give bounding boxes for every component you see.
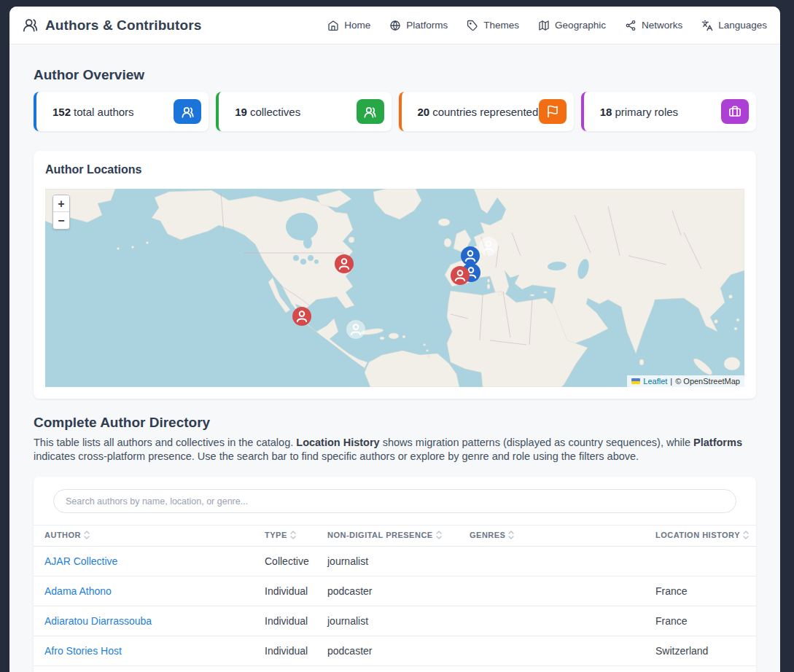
sort-icon <box>743 531 749 541</box>
stat-cards: 152total authors 19collectives 20countri… <box>34 92 756 131</box>
map-marker-ghost[interactable] <box>346 319 366 340</box>
presence-cell: podcaster <box>316 577 459 606</box>
table-row <box>34 666 756 672</box>
author-locations-card: Author Locations <box>34 151 756 399</box>
genres-cell <box>459 606 645 636</box>
page-title: Authors & Contributors <box>45 17 201 34</box>
sort-icon <box>84 531 90 541</box>
presence-cell: podcaster <box>316 636 459 666</box>
tag-icon <box>467 20 478 31</box>
search-input[interactable] <box>53 489 736 513</box>
users-logo-icon <box>23 17 38 33</box>
briefcase-icon <box>721 99 749 124</box>
author-table: Author Type Non-Digital Presence Genres … <box>34 525 756 672</box>
map-icon <box>538 20 550 31</box>
map-marker-blue[interactable] <box>460 246 480 266</box>
map-zoom-control: + − <box>52 195 70 230</box>
leaflet-link[interactable]: Leaflet <box>643 377 667 386</box>
column-header-genres[interactable]: Genres <box>459 526 645 547</box>
column-header-type[interactable]: Type <box>254 526 316 547</box>
map-tiles <box>45 189 744 387</box>
author-link[interactable]: AJAR Collective <box>44 555 117 567</box>
table-header-row: Author Type Non-Digital Presence Genres … <box>34 526 756 547</box>
home-icon <box>327 20 339 31</box>
type-cell: Individual <box>254 636 316 666</box>
table-row: Adama Athono Individual podcaster France <box>34 577 756 606</box>
nav-item-home[interactable]: Home <box>327 20 370 31</box>
genres-cell <box>459 636 645 666</box>
zoom-in-button[interactable]: + <box>53 195 69 212</box>
stat-card-total-authors: 152total authors <box>34 92 209 131</box>
location-cell: France <box>645 606 756 636</box>
stat-label: countries represented <box>432 106 538 118</box>
type-cell: Individual <box>254 606 316 636</box>
map-heading: Author Locations <box>45 163 744 176</box>
directory-heading: Complete Author Directory <box>34 415 756 431</box>
flag-icon <box>539 99 567 124</box>
sort-icon <box>290 531 296 541</box>
location-cell <box>645 547 756 577</box>
users-icon <box>357 99 384 124</box>
map-attribution: Leaflet | © OpenStreetMap <box>627 375 744 387</box>
nav-item-themes[interactable]: Themes <box>467 20 519 31</box>
stat-value: 20 <box>418 106 430 118</box>
network-icon <box>625 20 637 31</box>
type-cell: Individual <box>254 577 316 606</box>
author-link[interactable]: Afro Stories Host <box>44 645 122 657</box>
genres-cell <box>459 547 645 577</box>
world-map[interactable]: + − Leaflet | © OpenStreetMap <box>45 189 744 387</box>
author-link[interactable]: Adiaratou Diarrassouba <box>44 615 152 627</box>
table-row: Adiaratou Diarrassouba Individual journa… <box>34 606 756 636</box>
stat-value: 19 <box>235 106 247 118</box>
author-link[interactable]: Adama Athono <box>44 585 112 597</box>
osm-credit: © OpenStreetMap <box>675 377 740 386</box>
genres-cell <box>459 577 645 606</box>
languages-icon <box>701 20 713 31</box>
sort-icon <box>508 531 514 541</box>
stat-card-countries: 20countries represented <box>399 92 574 131</box>
overview-heading: Author Overview <box>34 67 756 83</box>
location-cell: France <box>645 577 756 606</box>
stat-card-roles: 18primary roles <box>581 92 756 131</box>
main-nav: Home Platforms Themes Geographic Network… <box>327 20 767 31</box>
map-marker-ghost[interactable] <box>478 236 499 257</box>
nav-item-languages[interactable]: Languages <box>701 20 767 31</box>
map-marker-red[interactable] <box>334 254 354 274</box>
ukraine-flag-icon <box>631 378 640 384</box>
stat-value: 152 <box>52 106 71 118</box>
top-navigation-bar: Authors & Contributors Home Platforms Th… <box>9 7 780 44</box>
map-marker-red[interactable] <box>450 265 470 286</box>
app-window: Authors & Contributors Home Platforms Th… <box>9 7 780 672</box>
directory-description: This table lists all authors and collect… <box>34 436 748 463</box>
stat-label: primary roles <box>615 106 678 118</box>
users-icon <box>174 99 201 124</box>
brand: Authors & Contributors <box>23 17 201 34</box>
column-header-author[interactable]: Author <box>34 526 254 547</box>
presence-cell: journalist <box>316 606 459 636</box>
directory-card: Author Type Non-Digital Presence Genres … <box>34 477 756 672</box>
column-header-presence[interactable]: Non-Digital Presence <box>316 526 459 547</box>
nav-item-platforms[interactable]: Platforms <box>389 20 448 31</box>
nav-item-networks[interactable]: Networks <box>625 20 682 31</box>
globe-icon <box>389 20 401 31</box>
table-row: AJAR Collective Collective journalist <box>34 547 756 577</box>
zoom-out-button[interactable]: − <box>53 212 69 229</box>
location-cell: Switzerland <box>645 636 756 666</box>
presence-cell: journalist <box>316 547 459 577</box>
stat-label: collectives <box>250 106 300 118</box>
map-marker-red[interactable] <box>292 306 312 327</box>
column-header-location[interactable]: Location History <box>645 526 756 547</box>
sort-icon <box>436 531 442 541</box>
type-cell: Collective <box>254 547 316 577</box>
stat-card-collectives: 19collectives <box>216 92 391 131</box>
stat-value: 18 <box>600 106 612 118</box>
stat-label: total authors <box>74 106 134 118</box>
table-row: Afro Stories Host Individual podcaster S… <box>34 636 756 666</box>
nav-item-geographic[interactable]: Geographic <box>538 20 606 31</box>
